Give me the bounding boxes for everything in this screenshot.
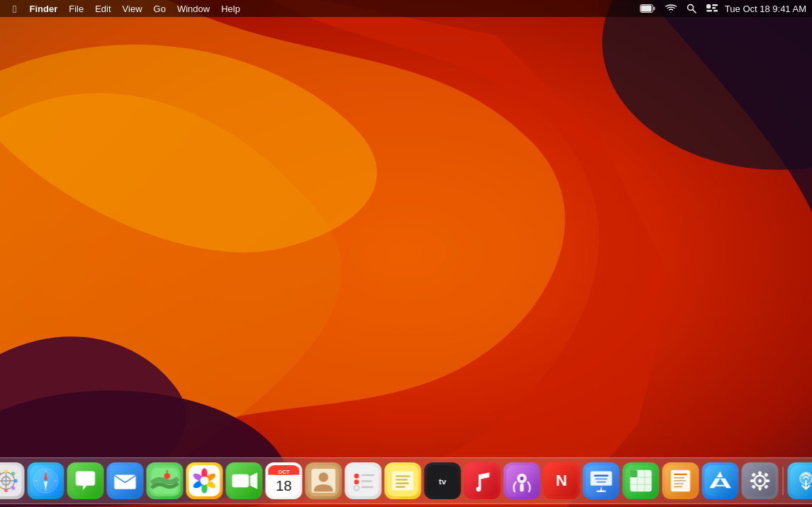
svg-rect-81 — [395, 486, 405, 488]
dock-item-numbers[interactable] — [623, 462, 660, 499]
svg-point-29 — [11, 472, 15, 475]
svg-text:N: N — [556, 472, 568, 489]
svg-point-116 — [758, 479, 762, 482]
dock-item-podcasts[interactable] — [504, 462, 541, 499]
svg-rect-9 — [712, 4, 718, 6]
svg-rect-112 — [705, 465, 736, 496]
dock-item-maps[interactable] — [147, 462, 184, 499]
menubar-right: Tue Oct 18 9:41 AM — [637, 2, 806, 15]
svg-rect-104 — [630, 470, 637, 477]
svg-rect-94 — [597, 491, 607, 493]
svg-rect-117 — [758, 471, 761, 474]
dock-item-pages[interactable] — [662, 462, 699, 499]
svg-rect-5 — [653, 7, 655, 11]
dock-item-messages[interactable] — [67, 462, 104, 499]
svg-rect-107 — [674, 474, 687, 475]
edit-menu[interactable]: Edit — [89, 2, 116, 16]
svg-point-87 — [520, 477, 524, 480]
svg-rect-80 — [395, 483, 409, 484]
dock-item-facetime[interactable] — [226, 462, 263, 499]
help-menu[interactable]: Help — [215, 2, 246, 16]
svg-rect-59 — [232, 474, 249, 488]
dock-separator — [783, 467, 784, 495]
svg-rect-88 — [520, 483, 524, 491]
view-menu[interactable]: View — [117, 2, 148, 16]
svg-point-28 — [4, 469, 8, 473]
svg-rect-111 — [674, 486, 682, 488]
svg-rect-96 — [595, 479, 607, 480]
dock-item-downloads[interactable] — [788, 462, 813, 499]
svg-rect-119 — [750, 479, 754, 482]
svg-rect-75 — [361, 486, 373, 489]
svg-rect-84 — [467, 465, 498, 496]
dock-container: OCT 18 — [0, 457, 812, 504]
svg-rect-97 — [597, 482, 607, 483]
dock-item-contacts[interactable] — [305, 462, 342, 499]
menubar:  Finder File Edit View Go Window Help — [0, 0, 812, 17]
svg-rect-78 — [395, 475, 410, 477]
svg-rect-120 — [766, 479, 769, 482]
datetime-display[interactable]: Tue Oct 18 9:41 AM — [725, 4, 806, 14]
svg-line-7 — [692, 10, 696, 13]
dock-item-notes[interactable] — [385, 462, 422, 499]
dock-item-appletv[interactable]: tv — [424, 462, 461, 499]
dock-item-appstore[interactable] — [702, 462, 739, 499]
svg-rect-8 — [706, 4, 711, 8]
dock-item-keynote[interactable] — [583, 462, 620, 499]
svg-point-68 — [319, 472, 329, 482]
svg-rect-73 — [361, 480, 372, 482]
dock-item-reminders[interactable] — [345, 462, 382, 499]
desktop — [0, 0, 812, 507]
battery-icon[interactable] — [637, 3, 658, 14]
file-menu[interactable]: File — [63, 2, 89, 16]
svg-text:18: 18 — [276, 478, 292, 494]
dock: OCT 18 — [0, 457, 812, 504]
svg-rect-12 — [714, 10, 718, 12]
dock-item-safari[interactable] — [28, 462, 64, 499]
svg-rect-79 — [395, 479, 407, 480]
dock-item-sysprefs[interactable] — [742, 462, 779, 499]
svg-point-49 — [164, 473, 170, 479]
svg-rect-4 — [641, 6, 651, 12]
control-center-icon[interactable] — [704, 3, 721, 14]
svg-point-31 — [11, 486, 15, 490]
wifi-icon[interactable] — [662, 3, 680, 15]
svg-rect-110 — [674, 483, 684, 484]
dock-item-music[interactable] — [464, 462, 501, 499]
svg-text:tv: tv — [439, 477, 446, 486]
svg-rect-71 — [361, 474, 375, 477]
svg-rect-92 — [590, 471, 611, 485]
svg-point-32 — [4, 489, 8, 492]
dock-item-calendar[interactable]: OCT 18 — [266, 462, 303, 499]
search-icon[interactable] — [684, 2, 699, 15]
dock-item-news[interactable]: N — [543, 462, 580, 499]
svg-rect-109 — [674, 480, 686, 482]
apple-menu[interactable]:  — [6, 1, 23, 16]
dock-item-photos[interactable] — [186, 462, 223, 499]
svg-point-30 — [14, 479, 18, 482]
app-name-menu[interactable]: Finder — [23, 2, 63, 16]
menubar-left:  Finder File Edit View Go Window Help — [6, 1, 637, 16]
svg-rect-108 — [674, 477, 684, 479]
svg-text:OCT: OCT — [278, 469, 289, 475]
svg-point-72 — [354, 479, 359, 484]
go-menu[interactable]: Go — [148, 2, 171, 16]
dock-item-mail[interactable] — [107, 462, 144, 499]
svg-point-70 — [354, 474, 359, 479]
window-menu[interactable]: Window — [171, 2, 215, 16]
svg-rect-95 — [594, 475, 608, 477]
svg-rect-10 — [712, 7, 716, 9]
dock-item-launchpad[interactable] — [0, 462, 25, 499]
svg-point-57 — [201, 477, 209, 485]
svg-rect-11 — [706, 10, 712, 12]
svg-rect-118 — [758, 486, 761, 490]
